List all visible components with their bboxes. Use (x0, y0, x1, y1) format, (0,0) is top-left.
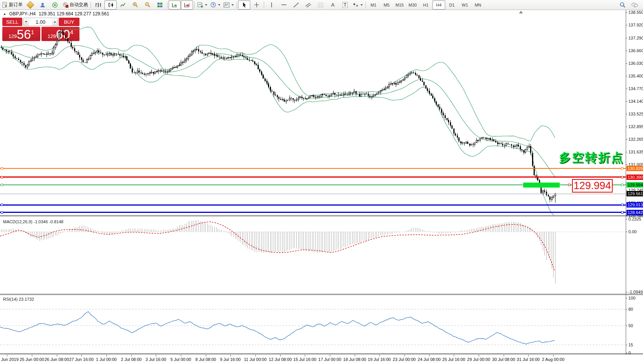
hline-128.642[interactable] (0, 212, 626, 213)
pane-separator[interactable] (0, 294, 643, 294)
hline-handle-left[interactable] (1, 167, 3, 170)
macd-pane-canvas[interactable] (0, 216, 626, 293)
timeframe-w1-button[interactable]: W1 (458, 0, 471, 10)
candlestick-chart-button[interactable] (104, 0, 117, 10)
mt4-window: 新订单 自动交易 (0, 0, 643, 364)
timeframe-d1-button[interactable]: D1 (445, 0, 458, 10)
new-order-label: 新订单 (9, 2, 23, 8)
timeframe-m30-button[interactable]: M30 (406, 0, 419, 10)
price-tick (626, 38, 627, 38)
market-watch-button[interactable] (24, 0, 36, 10)
timeframe-h4-button[interactable]: H4 (432, 0, 445, 10)
hline-handle-left[interactable] (1, 211, 3, 214)
zoom-out-icon (145, 2, 150, 8)
vertical-line-tool-button[interactable] (265, 0, 278, 10)
callout-handle[interactable] (568, 184, 570, 186)
chart-annotation-text[interactable]: 多空转折点 (559, 150, 624, 166)
hline-130.826[interactable] (0, 168, 626, 169)
time-tick (106, 355, 107, 356)
price-tick (626, 216, 627, 216)
profiles-button[interactable] (36, 0, 49, 10)
periods-button[interactable] (209, 0, 222, 10)
toolbar-separator (91, 2, 91, 8)
price-tick (626, 139, 627, 140)
time-axis-label: 21 Jun 2019 (0, 357, 18, 362)
rsi-tick-label: 15 (628, 343, 633, 347)
pane-separator[interactable] (0, 215, 643, 216)
text-tool-button[interactable]: A (327, 0, 339, 10)
crosshair-tool-button[interactable] (250, 0, 263, 10)
signals-button[interactable] (49, 0, 61, 10)
time-axis-label: 12 Jul 08:00 (269, 357, 292, 362)
zoom-in-icon (132, 2, 138, 8)
channel-tool-button[interactable] (302, 0, 314, 10)
vertical-line-icon (270, 2, 273, 8)
trendline-tool-button[interactable] (290, 0, 302, 10)
timeframe-m1-button[interactable]: M1 (367, 0, 380, 10)
timeframe-m15-button[interactable]: M15 (393, 0, 406, 10)
line-chart-button[interactable] (117, 0, 129, 10)
hline-handle-right[interactable] (621, 184, 623, 186)
time-axis-label: 26 Jun 08:00 (45, 357, 69, 362)
toolbar-separator (236, 2, 237, 8)
hline-handle-right[interactable] (621, 211, 623, 214)
search-button[interactable] (616, 0, 628, 10)
arrows-tool-button[interactable] (351, 0, 364, 10)
time-tick (379, 355, 380, 356)
green-highlight-zone[interactable] (523, 183, 560, 188)
hline-handle-left[interactable] (1, 204, 3, 206)
toolbar: 新订单 自动交易 (0, 0, 643, 10)
price-callout-box[interactable]: 129.994 (572, 179, 613, 193)
hline-handle-left[interactable] (1, 184, 3, 186)
chart-shift-button[interactable] (181, 0, 193, 10)
time-axis-label: 17 Jul 00:00 (318, 357, 341, 362)
bar-chart-icon (96, 2, 101, 8)
timeframe-mn-button[interactable]: MN (471, 0, 484, 10)
bid-price-line (0, 194, 626, 194)
price-tick (626, 76, 627, 76)
scroll-marker-icon[interactable] (519, 11, 523, 13)
rsi-tick-label: 50 (628, 323, 633, 328)
hline-handle-right[interactable] (621, 167, 623, 170)
autotrading-button[interactable]: 自动交易 (61, 0, 89, 10)
bar-chart-button[interactable] (92, 0, 104, 10)
autotrading-icon (63, 2, 68, 8)
new-order-button[interactable]: 新订单 (1, 0, 24, 10)
rsi-pane-canvas[interactable] (0, 295, 626, 354)
time-axis-label: 24 Jul 08:00 (418, 357, 441, 362)
price-tick (626, 25, 627, 25)
candlestick-icon (108, 2, 114, 8)
timeframe-h1-button[interactable]: H1 (419, 0, 432, 10)
pane-separator[interactable] (0, 216, 643, 216)
rsi-indicator-label: RSI(14) 23.1732 (3, 297, 34, 301)
price-tick-label: 136.030 (628, 61, 643, 66)
zoom-in-button[interactable] (129, 0, 141, 10)
fibonacci-tool-button[interactable] (314, 0, 327, 10)
zoom-out-button[interactable] (141, 0, 154, 10)
hline-handle-left[interactable] (1, 176, 3, 178)
cursor-tool-button[interactable] (238, 0, 250, 10)
time-axis-label: 3 Jul 16:00 (145, 357, 166, 362)
signal-icon (52, 2, 58, 8)
new-chart-button[interactable] (196, 0, 209, 10)
hline-handle-right[interactable] (621, 176, 623, 178)
hline-130.390[interactable] (0, 176, 626, 178)
chat-button[interactable] (628, 0, 641, 10)
gold-diamond-icon (26, 1, 34, 9)
time-axis-label: 15 Jul 16:00 (293, 357, 316, 362)
hline-129.013[interactable] (0, 204, 626, 206)
toolbar-separator (167, 2, 167, 8)
price-tick (626, 63, 627, 64)
timeframe-m5-button[interactable]: M5 (380, 0, 393, 10)
time-tick (206, 355, 206, 356)
templates-button[interactable] (222, 0, 235, 10)
time-axis[interactable]: 21 Jun 201925 Jun 00:0026 Jun 08:0027 Ju… (0, 355, 643, 364)
auto-scroll-button[interactable] (169, 0, 181, 10)
text-label-tool-button[interactable]: T (339, 0, 351, 10)
tile-windows-button[interactable] (154, 0, 166, 10)
pane-separator[interactable] (0, 295, 643, 295)
horizontal-line-tool-button[interactable] (278, 0, 290, 10)
hline-handle-right[interactable] (621, 204, 623, 206)
price-tick (626, 152, 627, 152)
chevron-down-icon (205, 4, 207, 6)
